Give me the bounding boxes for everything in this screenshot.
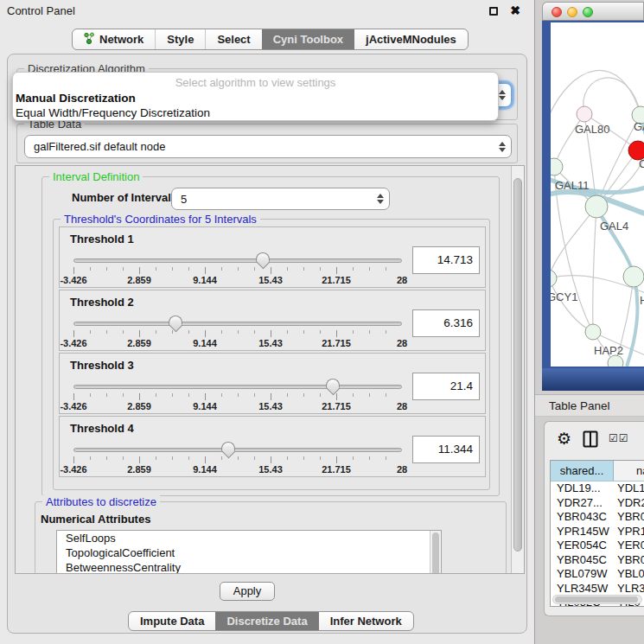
combo-spinner-icon — [499, 142, 506, 152]
settings-scrollbar[interactable] — [511, 166, 524, 573]
column-header-shared-name[interactable]: shared... — [551, 461, 614, 481]
threshold-2-panel: Threshold 2 -3.426 2.859 9.144 15.43 — [59, 290, 486, 351]
threshold-label: Threshold 3 — [70, 359, 134, 372]
threshold-2-value-field[interactable]: 6.316 — [412, 309, 480, 337]
dropdown-option-manual-discretization[interactable]: Manual Discretization — [13, 91, 498, 105]
slider-track[interactable] — [73, 322, 402, 326]
threshold-1-slider[interactable]: -3.426 2.859 9.144 15.43 21.715 28 — [73, 252, 402, 286]
attributes-group: Attributes to discretize Numerical Attri… — [35, 501, 507, 574]
settings-scrollbar-thumb[interactable] — [513, 178, 522, 552]
network-node-hap2[interactable] — [585, 324, 601, 340]
tab-style[interactable]: Style — [155, 29, 205, 49]
table-panel-titlebar: Table Panel — [535, 394, 644, 417]
slider-thumb[interactable] — [326, 379, 340, 389]
numerical-attributes-label: Numerical Attributes — [41, 513, 150, 526]
table-panel-title: Table Panel — [549, 399, 610, 412]
network-node-gal80[interactable] — [577, 106, 592, 122]
threshold-4-slider[interactable]: -3.426 2.859 9.144 15.43 21.715 28 — [73, 441, 402, 475]
slider-track[interactable] — [73, 258, 402, 263]
tab-cyni-toolbox[interactable]: Cyni Toolbox — [262, 29, 354, 49]
threshold-label: Threshold 4 — [70, 422, 134, 435]
network-node-gcy1[interactable] — [551, 270, 557, 287]
table-horizontal-scrollbar[interactable] — [552, 595, 642, 604]
table-panel-window: ⚙ ☑☑ shared... na YDL19...YDL1 YDR27...Y… — [544, 421, 644, 616]
apply-button[interactable]: Apply — [220, 582, 275, 601]
slider-thumb[interactable] — [221, 442, 235, 452]
number-of-intervals-combobox[interactable]: 5 — [171, 188, 390, 210]
threshold-4-value-field[interactable]: 11.344 — [412, 436, 480, 463]
control-panel-tabs: Network Style Select Cyni Toolbox jActiv… — [72, 29, 469, 50]
table-header-row: shared... na — [551, 461, 644, 481]
threshold-2-slider[interactable]: -3.426 2.859 9.144 15.43 21.715 28 — [73, 315, 402, 349]
tab-impute-data[interactable]: Impute Data — [129, 612, 215, 630]
tab-select[interactable]: Select — [205, 29, 261, 49]
node-label-gal80: GAL80 — [575, 123, 609, 136]
combo-spinner-icon — [377, 194, 384, 204]
float-window-icon[interactable] — [489, 7, 498, 16]
screen: Control Panel ✖ Network — [0, 0, 644, 644]
column-header-name[interactable]: na — [614, 461, 644, 481]
column-layout-icon[interactable] — [583, 430, 598, 451]
network-window-titlebar[interactable] — [542, 2, 644, 21]
table-row[interactable]: YER054CYER0 — [551, 539, 644, 553]
network-graph: GAL80 GA C GAL11 GAL4 GCY1 H HAP2 — [551, 22, 644, 367]
list-item[interactable]: TopologicalCoefficient — [57, 545, 441, 560]
thresholds-group: Threshold's Coordinates for 5 Intervals … — [53, 219, 490, 490]
tab-label: Style — [167, 33, 194, 46]
table-row[interactable]: YLR345WYLR3 — [551, 582, 644, 596]
settings-scrollpane: Interval Definition Number of Intervals … — [15, 165, 525, 574]
slider-thumb[interactable] — [256, 252, 270, 263]
attributes-listbox[interactable]: SelfLoops TopologicalCoefficient Between… — [56, 530, 442, 574]
list-scrollbar[interactable] — [430, 531, 441, 574]
node-label-gcy1: GCY1 — [551, 290, 577, 303]
tab-jactivemnodules[interactable]: jActiveMNodules — [354, 29, 468, 49]
select-columns-icon[interactable]: ☑☑ — [609, 432, 629, 444]
list-item[interactable]: BetweennessCentrality — [57, 560, 441, 574]
table-row[interactable]: YBL079WYBL0 — [551, 567, 644, 582]
network-node-gal4[interactable] — [585, 195, 608, 218]
threshold-1-value-field[interactable]: 14.713 — [412, 246, 480, 274]
slider-track[interactable] — [73, 385, 402, 389]
zoom-traffic-light-icon[interactable] — [583, 7, 593, 17]
table-row[interactable]: YBR043CYBR0 — [551, 510, 644, 525]
network-node-right[interactable] — [623, 266, 644, 287]
tab-network[interactable]: Network — [73, 29, 155, 49]
list-item[interactable]: SelfLoops — [57, 531, 441, 545]
table-row[interactable]: YDL19...YDL1 — [551, 481, 644, 496]
dropdown-option-equal-width[interactable]: Equal Width/Frequency Discretization — [13, 105, 498, 120]
slider-track[interactable] — [73, 448, 402, 452]
slider-thumb[interactable] — [169, 316, 182, 326]
tab-label: Select — [217, 33, 250, 46]
threshold-label: Threshold 1 — [70, 233, 134, 245]
network-node-gal11[interactable] — [551, 158, 563, 175]
table-scrollbar-thumb[interactable] — [555, 596, 638, 603]
network-icon — [84, 32, 95, 48]
tab-discretize-data[interactable]: Discretize Data — [215, 612, 318, 630]
interval-definition-group: Interval Definition Number of Intervals … — [41, 176, 500, 496]
close-traffic-light-icon[interactable] — [552, 7, 562, 17]
close-icon[interactable]: ✖ — [510, 3, 520, 17]
tab-infer-network[interactable]: Infer Network — [319, 612, 413, 630]
table-toolbar: ⚙ ☑☑ — [545, 427, 644, 453]
table-data-combobox[interactable]: galFiltered.sif default node — [24, 135, 512, 158]
table-row[interactable]: YPR145WYPR1 — [551, 525, 644, 539]
threshold-1-panel: Threshold 1 -3.426 2.859 9.144 15.43 — [59, 226, 486, 288]
network-frame-bottom — [542, 368, 644, 391]
tab-label: Network — [99, 33, 143, 46]
slider-tick-labels: -3.426 2.859 9.144 15.43 21.715 28 — [73, 401, 402, 411]
network-focus-frame: GAL80 GA C GAL11 GAL4 GCY1 H HAP2 — [542, 21, 644, 391]
threshold-4-panel: Threshold 4 -3.426 2.859 9.144 15.43 — [59, 416, 486, 477]
threshold-3-slider[interactable]: -3.426 2.859 9.144 15.43 21.715 28 — [73, 378, 402, 412]
minimize-traffic-light-icon[interactable] — [567, 7, 577, 17]
node-label-gal11: GAL11 — [555, 179, 590, 192]
table-row[interactable]: YBR045CYBR0 — [551, 553, 644, 568]
threshold-3-value-field[interactable]: 21.4 — [412, 373, 480, 400]
threshold-label: Threshold 2 — [70, 296, 134, 309]
dropdown-placeholder-option[interactable]: Select algorithm to view settings — [13, 75, 498, 91]
number-of-intervals-label: Number of Intervals — [72, 191, 177, 204]
table-row[interactable]: YDR27...YDR2 — [551, 496, 644, 511]
slider-ticks — [73, 267, 402, 274]
list-scrollbar-thumb[interactable] — [432, 532, 439, 574]
network-canvas[interactable]: GAL80 GA C GAL11 GAL4 GCY1 H HAP2 — [551, 22, 644, 367]
gear-icon[interactable]: ⚙ — [557, 428, 571, 450]
